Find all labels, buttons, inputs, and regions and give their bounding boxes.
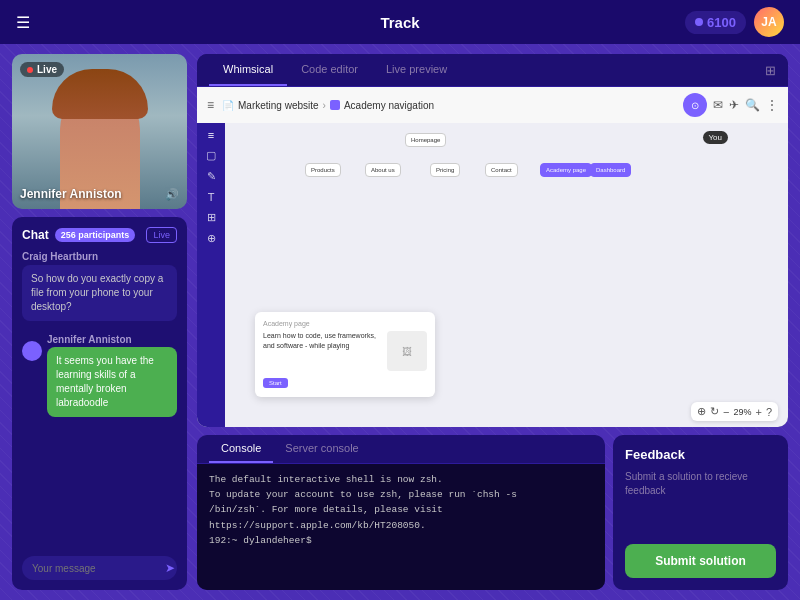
academy-image: 🖼 — [387, 331, 427, 371]
zoom-value: 29% — [733, 407, 751, 417]
chat-input-row: ➤ — [22, 556, 177, 580]
top-nav: ☰ Track 6100 JA — [0, 0, 800, 44]
chat-input[interactable] — [32, 563, 159, 574]
zoom-controls: ⊕ ↻ − 29% + ? — [691, 402, 778, 421]
console-line: To update your account to use zsh, pleas… — [209, 487, 593, 502]
video-panel: Live Jennifer Anniston 🔊 — [12, 54, 187, 209]
feedback-subtitle: Submit a solution to recieve feedback — [625, 470, 776, 536]
canvas-content: You Homepage Products About us Pricing C… — [225, 123, 788, 427]
live-badge: Live — [20, 62, 64, 77]
message-sender: Jennifer Anniston — [47, 334, 132, 345]
comment-icon[interactable]: ✉ — [713, 98, 723, 112]
zoom-plus-icon[interactable]: + — [755, 406, 761, 418]
flowchart: Homepage Products About us Pricing Conta… — [245, 133, 778, 253]
feedback-title: Feedback — [625, 447, 776, 462]
message-bubble: So how do you exactly copy a file from y… — [22, 265, 177, 321]
editor-tabs: Whimsical Code editor Live preview ⊞ — [197, 54, 788, 87]
tool-draw[interactable]: ✎ — [207, 170, 216, 183]
main-area: Live Jennifer Anniston 🔊 Chat 256 partic… — [0, 44, 800, 600]
left-sidebar: Live Jennifer Anniston 🔊 Chat 256 partic… — [12, 54, 187, 590]
academy-label: Academy page — [263, 320, 427, 327]
academy-btn[interactable]: Start — [263, 378, 288, 388]
tab-code-editor[interactable]: Code editor — [287, 54, 372, 86]
console-tabs: Console Server console — [197, 435, 605, 464]
live-label: Live — [37, 64, 57, 75]
more-icon[interactable]: ⋮ — [766, 98, 778, 112]
tool-connect[interactable]: ⊕ — [207, 232, 216, 245]
message-bubble: It seems you have the learning skills of… — [47, 347, 177, 417]
live-dot-icon — [27, 67, 33, 73]
page-icon: 📄 — [222, 100, 234, 111]
send-icon[interactable]: ➤ — [165, 561, 175, 575]
score-value: 6100 — [707, 15, 736, 30]
console-line: https://support.apple.com/kb/HT208050. — [209, 518, 593, 533]
console-line: 192:~ dylandeheer$ — [209, 533, 593, 548]
flowchart-node: Pricing — [430, 163, 460, 177]
editor-section: Whimsical Code editor Live preview ⊞ ≡ 📄… — [197, 54, 788, 427]
zoom-in-icon[interactable]: ⊕ — [697, 405, 706, 418]
editor-options-icon[interactable]: ⊞ — [765, 63, 776, 78]
tab-console[interactable]: Console — [209, 435, 273, 463]
chat-live-button[interactable]: Live — [146, 227, 177, 243]
flowchart-node: About us — [365, 163, 401, 177]
chat-title: Chat — [22, 228, 49, 242]
breadcrumb-academy[interactable]: Academy navigation — [344, 100, 434, 111]
tool-select[interactable]: ≡ — [208, 129, 214, 141]
bottom-section: Console Server console The default inter… — [197, 435, 788, 590]
canvas-tools: ≡ ▢ ✎ T ⊞ ⊕ — [197, 123, 225, 427]
tab-whimsical[interactable]: Whimsical — [209, 54, 287, 86]
chat-messages: Craig Heartburn So how do you exactly co… — [22, 251, 177, 548]
breadcrumb-sep: › — [323, 100, 326, 111]
console-panel: Console Server console The default inter… — [197, 435, 605, 590]
flowchart-node: Products — [305, 163, 341, 177]
flowchart-node: Contact — [485, 163, 518, 177]
toolbar-right: ⊙ ✉ ✈ 🔍 ⋮ — [683, 93, 778, 117]
page-title: Track — [380, 14, 419, 31]
canvas-area: ≡ ▢ ✎ T ⊞ ⊕ You Homepage Pro — [197, 123, 788, 427]
breadcrumb-dot-icon — [330, 100, 340, 110]
streamer-name: Jennifer Anniston — [20, 187, 122, 201]
console-line: The default interactive shell is now zsh… — [209, 472, 593, 487]
list-item: Jennifer Anniston It seems you have the … — [22, 329, 177, 417]
search-icon[interactable]: 🔍 — [745, 98, 760, 112]
flowchart-node-purple: Dashboard — [590, 163, 631, 177]
hamburger-icon[interactable]: ☰ — [16, 13, 30, 32]
avatar — [22, 341, 42, 361]
participants-badge: 256 participants — [55, 228, 136, 242]
zoom-help-icon[interactable]: ? — [766, 406, 772, 418]
zoom-reset-icon[interactable]: ↻ — [710, 405, 719, 418]
score-badge: 6100 — [685, 11, 746, 34]
tool-text[interactable]: T — [208, 191, 215, 203]
tab-server-console[interactable]: Server console — [273, 435, 370, 463]
tool-frame[interactable]: ▢ — [206, 149, 216, 162]
console-line: /bin/zsh`. For more details, please visi… — [209, 502, 593, 517]
volume-icon[interactable]: 🔊 — [165, 188, 179, 201]
academy-text: Learn how to code, use frameworks, and s… — [263, 331, 381, 371]
score-dot-icon — [695, 18, 703, 26]
share-icon[interactable]: ✈ — [729, 98, 739, 112]
feedback-panel: Feedback Submit a solution to recieve fe… — [613, 435, 788, 590]
flowchart-node: Homepage — [405, 133, 446, 147]
right-panel: Whimsical Code editor Live preview ⊞ ≡ 📄… — [197, 54, 788, 590]
message-sender: Craig Heartburn — [22, 251, 177, 262]
tool-image[interactable]: ⊞ — [207, 211, 216, 224]
menu-icon[interactable]: ≡ — [207, 98, 214, 112]
chat-panel: Chat 256 participants Live Craig Heartbu… — [12, 217, 187, 590]
zoom-minus-icon[interactable]: − — [723, 406, 729, 418]
breadcrumb-marketing[interactable]: Marketing website — [238, 100, 319, 111]
tab-live-preview[interactable]: Live preview — [372, 54, 461, 86]
breadcrumb: 📄 Marketing website › Academy navigation — [222, 100, 434, 111]
editor-toolbar: ≡ 📄 Marketing website › Academy navigati… — [197, 87, 788, 123]
academy-preview-box: Academy page Learn how to code, use fram… — [255, 312, 435, 397]
chat-header: Chat 256 participants Live — [22, 227, 177, 243]
submit-solution-button[interactable]: Submit solution — [625, 544, 776, 578]
avatar[interactable]: JA — [754, 7, 784, 37]
console-output: The default interactive shell is now zsh… — [197, 464, 605, 590]
flowchart-node-purple: Academy page — [540, 163, 592, 177]
collab-icon[interactable]: ⊙ — [683, 93, 707, 117]
top-nav-right: 6100 JA — [685, 7, 784, 37]
list-item: Craig Heartburn So how do you exactly co… — [22, 251, 177, 321]
